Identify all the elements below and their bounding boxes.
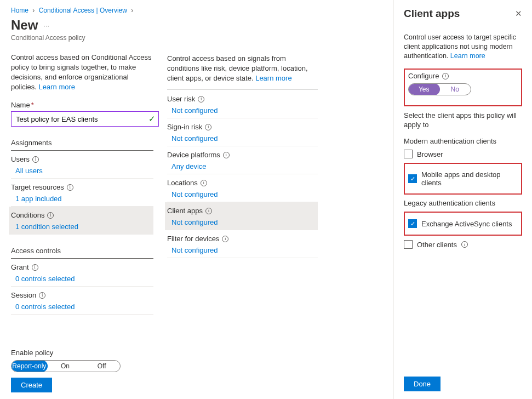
client-apps-row[interactable]: Client apps Not configured (165, 202, 318, 230)
access-controls-header: Access controls (11, 247, 153, 259)
enable-policy-label: Enable policy (11, 349, 164, 357)
breadcrumb-ca[interactable]: Conditional Access | Overview (39, 7, 127, 14)
page-subtitle: Conditional Access policy (11, 34, 153, 42)
learn-more-link[interactable]: Learn more (39, 83, 75, 91)
policy-name-input[interactable] (11, 111, 159, 127)
locations-row[interactable]: Locations Not configured (167, 174, 318, 202)
session-row[interactable]: Session 0 controls selected (11, 287, 153, 315)
grant-row[interactable]: Grant 0 controls selected (11, 259, 153, 287)
enable-policy-toggle[interactable]: Report-only On Off (11, 360, 121, 372)
configure-no[interactable]: No (439, 84, 471, 95)
client-apps-panel: Client apps ✕ Control user access to tar… (393, 0, 532, 399)
checkbox-unchecked[interactable] (404, 150, 413, 158)
breadcrumb-home[interactable]: Home (11, 7, 28, 14)
page-title: New (11, 18, 38, 33)
browser-checkbox-row[interactable]: Browser (404, 150, 522, 158)
info-icon[interactable] (205, 124, 211, 130)
legacy-auth-group: Legacy authentication clients (404, 199, 522, 207)
info-icon[interactable] (32, 264, 38, 271)
signin-risk-row[interactable]: Sign-in risk Not configured (167, 118, 318, 146)
info-icon[interactable] (47, 212, 54, 219)
done-button[interactable]: Done (404, 377, 441, 391)
eas-checkbox-row[interactable]: Exchange ActiveSync clients (408, 219, 518, 228)
mobile-apps-checkbox-row[interactable]: Mobile apps and desktop clients (408, 170, 518, 187)
targets-row[interactable]: Target resources 1 app included (11, 179, 153, 207)
panel-title: Client apps (404, 8, 460, 20)
info-icon[interactable] (32, 156, 39, 163)
breadcrumb: Home › Conditional Access | Overview › (11, 7, 153, 14)
info-icon[interactable] (205, 208, 212, 214)
users-row[interactable]: Users All users (11, 151, 153, 179)
other-clients-checkbox-row[interactable]: Other clients (404, 240, 522, 249)
info-icon[interactable] (442, 73, 449, 79)
checkbox-checked[interactable] (408, 174, 417, 183)
create-button[interactable]: Create (11, 378, 52, 392)
assignments-header: Assignments (11, 139, 153, 151)
info-icon[interactable] (67, 184, 73, 191)
filter-devices-row[interactable]: Filter for devices Not configured (167, 230, 318, 258)
configure-yes[interactable]: Yes (408, 83, 440, 95)
modern-auth-group: Modern authentication clients (404, 137, 522, 145)
check-icon: ✓ (148, 114, 156, 124)
more-actions-icon[interactable]: ··· (43, 21, 49, 30)
user-risk-row[interactable]: User risk Not configured (167, 90, 318, 118)
checkbox-unchecked[interactable] (404, 240, 413, 249)
toggle-on[interactable]: On (47, 361, 84, 372)
conditions-row[interactable]: Conditions 1 condition selected (9, 207, 153, 235)
select-apps-text: Select the client apps this policy will … (404, 111, 522, 129)
info-icon[interactable] (223, 152, 230, 158)
configure-label: Configure (408, 72, 439, 80)
toggle-report-only[interactable]: Report-only (11, 360, 48, 372)
device-platforms-row[interactable]: Device platforms Any device (167, 146, 318, 174)
name-label: Name* (11, 101, 153, 109)
toggle-off[interactable]: Off (83, 361, 120, 372)
info-icon[interactable] (461, 241, 468, 248)
learn-more-link[interactable]: Learn more (450, 52, 485, 60)
info-icon[interactable] (222, 236, 228, 242)
panel-description: Control user access to target specific c… (404, 33, 522, 61)
info-icon[interactable] (198, 96, 204, 102)
learn-more-link[interactable]: Learn more (255, 74, 291, 82)
left-description: Control access based on Conditional Acce… (11, 53, 153, 93)
close-icon[interactable]: ✕ (515, 9, 522, 19)
checkbox-checked[interactable] (408, 219, 417, 228)
info-icon[interactable] (201, 180, 207, 186)
configure-toggle[interactable]: Yes No (408, 83, 471, 95)
info-icon[interactable] (39, 292, 45, 299)
